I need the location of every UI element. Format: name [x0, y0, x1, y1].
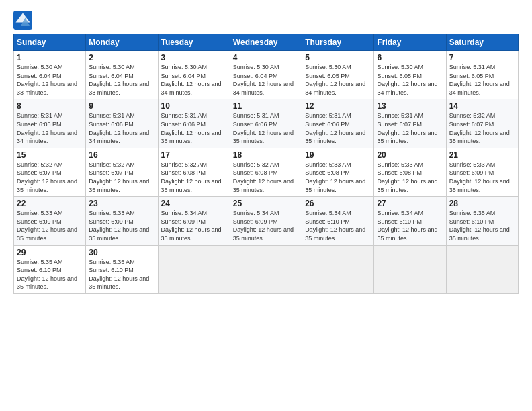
calendar-week: 8Sunrise: 5:31 AMSunset: 6:05 PMDaylight… [14, 99, 519, 148]
day-info: Sunrise: 5:34 AMSunset: 6:10 PMDaylight:… [377, 209, 443, 242]
day-info: Sunrise: 5:33 AMSunset: 6:09 PMDaylight:… [449, 161, 515, 194]
day-info: Sunrise: 5:32 AMSunset: 6:07 PMDaylight:… [89, 161, 154, 194]
day-number: 6 [377, 53, 443, 62]
day-number: 7 [449, 53, 515, 62]
day-number: 4 [233, 53, 299, 62]
day-number: 26 [305, 199, 371, 208]
day-info: Sunrise: 5:34 AMSunset: 6:10 PMDaylight:… [305, 209, 371, 242]
day-info: Sunrise: 5:32 AMSunset: 6:07 PMDaylight:… [17, 161, 83, 194]
day-info: Sunrise: 5:35 AMSunset: 6:10 PMDaylight:… [89, 258, 154, 291]
header-day: Friday [374, 34, 446, 51]
calendar-cell: 26Sunrise: 5:34 AMSunset: 6:10 PMDayligh… [302, 197, 374, 245]
day-info: Sunrise: 5:34 AMSunset: 6:09 PMDaylight:… [233, 209, 299, 242]
header-day: Thursday [302, 34, 374, 51]
calendar-cell: 27Sunrise: 5:34 AMSunset: 6:10 PMDayligh… [374, 197, 446, 245]
day-info: Sunrise: 5:31 AMSunset: 6:05 PMDaylight:… [17, 111, 83, 145]
calendar-cell: 17Sunrise: 5:32 AMSunset: 6:08 PMDayligh… [158, 148, 230, 196]
day-number: 29 [17, 248, 83, 257]
day-number: 15 [17, 150, 83, 160]
day-info: Sunrise: 5:33 AMSunset: 6:09 PMDaylight:… [89, 209, 154, 242]
calendar-cell: 9Sunrise: 5:31 AMSunset: 6:06 PMDaylight… [86, 99, 158, 148]
calendar-cell: 16Sunrise: 5:32 AMSunset: 6:07 PMDayligh… [86, 148, 158, 196]
day-number: 14 [449, 101, 515, 111]
calendar-cell: 18Sunrise: 5:32 AMSunset: 6:08 PMDayligh… [230, 148, 302, 196]
day-number: 18 [233, 150, 299, 160]
calendar-cell: 3Sunrise: 5:30 AMSunset: 6:04 PMDaylight… [158, 51, 230, 99]
day-info: Sunrise: 5:30 AMSunset: 6:04 PMDaylight:… [233, 63, 299, 97]
day-number: 3 [161, 53, 227, 62]
day-info: Sunrise: 5:30 AMSunset: 6:05 PMDaylight:… [305, 63, 371, 97]
day-number: 22 [17, 199, 83, 208]
calendar-week: 29Sunrise: 5:35 AMSunset: 6:10 PMDayligh… [14, 245, 519, 293]
day-info: Sunrise: 5:30 AMSunset: 6:04 PMDaylight:… [17, 63, 83, 97]
header-day: Monday [86, 34, 158, 51]
day-info: Sunrise: 5:33 AMSunset: 6:08 PMDaylight:… [377, 161, 443, 194]
day-info: Sunrise: 5:31 AMSunset: 6:05 PMDaylight:… [449, 63, 515, 97]
day-number: 16 [89, 150, 154, 160]
day-number: 1 [17, 53, 83, 62]
calendar-cell [446, 245, 518, 293]
day-info: Sunrise: 5:34 AMSunset: 6:09 PMDaylight:… [161, 209, 227, 242]
calendar-cell: 20Sunrise: 5:33 AMSunset: 6:08 PMDayligh… [374, 148, 446, 196]
day-info: Sunrise: 5:35 AMSunset: 6:10 PMDaylight:… [449, 209, 515, 242]
logo [13, 11, 35, 30]
calendar-cell: 25Sunrise: 5:34 AMSunset: 6:09 PMDayligh… [230, 197, 302, 245]
day-number: 23 [89, 199, 154, 208]
day-info: Sunrise: 5:30 AMSunset: 6:04 PMDaylight:… [161, 63, 227, 97]
calendar-cell: 7Sunrise: 5:31 AMSunset: 6:05 PMDaylight… [446, 51, 518, 99]
day-info: Sunrise: 5:30 AMSunset: 6:04 PMDaylight:… [89, 63, 154, 97]
day-number: 17 [161, 150, 227, 160]
calendar-table: SundayMondayTuesdayWednesdayThursdayFrid… [13, 34, 519, 294]
calendar-cell: 1Sunrise: 5:30 AMSunset: 6:04 PMDaylight… [14, 51, 86, 99]
calendar-cell [230, 245, 302, 293]
day-info: Sunrise: 5:31 AMSunset: 6:06 PMDaylight:… [233, 111, 299, 145]
day-number: 27 [377, 199, 443, 208]
day-info: Sunrise: 5:32 AMSunset: 6:07 PMDaylight:… [449, 111, 515, 145]
day-info: Sunrise: 5:31 AMSunset: 6:06 PMDaylight:… [89, 111, 154, 145]
day-number: 11 [233, 101, 299, 111]
day-number: 28 [449, 199, 515, 208]
day-number: 8 [17, 101, 83, 111]
page: SundayMondayTuesdayWednesdayThursdayFrid… [0, 0, 532, 411]
calendar-cell: 29Sunrise: 5:35 AMSunset: 6:10 PMDayligh… [14, 245, 86, 293]
calendar-cell: 28Sunrise: 5:35 AMSunset: 6:10 PMDayligh… [446, 197, 518, 245]
day-info: Sunrise: 5:35 AMSunset: 6:10 PMDaylight:… [17, 258, 83, 291]
day-number: 10 [161, 101, 227, 111]
calendar-cell: 23Sunrise: 5:33 AMSunset: 6:09 PMDayligh… [86, 197, 158, 245]
header-day: Tuesday [158, 34, 230, 51]
calendar-cell [374, 245, 446, 293]
calendar-cell: 30Sunrise: 5:35 AMSunset: 6:10 PMDayligh… [86, 245, 158, 293]
calendar-cell: 5Sunrise: 5:30 AMSunset: 6:05 PMDaylight… [302, 51, 374, 99]
calendar-cell: 13Sunrise: 5:31 AMSunset: 6:07 PMDayligh… [374, 99, 446, 148]
calendar-cell: 6Sunrise: 5:30 AMSunset: 6:05 PMDaylight… [374, 51, 446, 99]
day-info: Sunrise: 5:32 AMSunset: 6:08 PMDaylight:… [233, 161, 299, 194]
day-info: Sunrise: 5:32 AMSunset: 6:08 PMDaylight:… [161, 161, 227, 194]
day-number: 9 [89, 101, 154, 111]
day-number: 21 [449, 150, 515, 160]
day-number: 19 [305, 150, 371, 160]
calendar-cell: 19Sunrise: 5:33 AMSunset: 6:08 PMDayligh… [302, 148, 374, 196]
calendar-cell: 22Sunrise: 5:33 AMSunset: 6:09 PMDayligh… [14, 197, 86, 245]
day-info: Sunrise: 5:33 AMSunset: 6:09 PMDaylight:… [17, 209, 83, 242]
day-number: 30 [89, 248, 154, 257]
calendar-cell: 10Sunrise: 5:31 AMSunset: 6:06 PMDayligh… [158, 99, 230, 148]
day-number: 2 [89, 53, 154, 62]
calendar-cell: 12Sunrise: 5:31 AMSunset: 6:06 PMDayligh… [302, 99, 374, 148]
day-number: 12 [305, 101, 371, 111]
calendar-cell: 11Sunrise: 5:31 AMSunset: 6:06 PMDayligh… [230, 99, 302, 148]
calendar-cell: 8Sunrise: 5:31 AMSunset: 6:05 PMDaylight… [14, 99, 86, 148]
day-number: 5 [305, 53, 371, 62]
calendar-cell [302, 245, 374, 293]
calendar-week: 22Sunrise: 5:33 AMSunset: 6:09 PMDayligh… [14, 197, 519, 245]
calendar-cell: 21Sunrise: 5:33 AMSunset: 6:09 PMDayligh… [446, 148, 518, 196]
day-info: Sunrise: 5:31 AMSunset: 6:06 PMDaylight:… [305, 111, 371, 145]
day-info: Sunrise: 5:31 AMSunset: 6:07 PMDaylight:… [377, 111, 443, 145]
calendar-week: 15Sunrise: 5:32 AMSunset: 6:07 PMDayligh… [14, 148, 519, 196]
header-day: Sunday [14, 34, 86, 51]
day-info: Sunrise: 5:30 AMSunset: 6:05 PMDaylight:… [377, 63, 443, 97]
day-number: 20 [377, 150, 443, 160]
header-row: SundayMondayTuesdayWednesdayThursdayFrid… [14, 34, 519, 51]
header [13, 11, 519, 30]
calendar-cell [158, 245, 230, 293]
calendar-cell: 24Sunrise: 5:34 AMSunset: 6:09 PMDayligh… [158, 197, 230, 245]
